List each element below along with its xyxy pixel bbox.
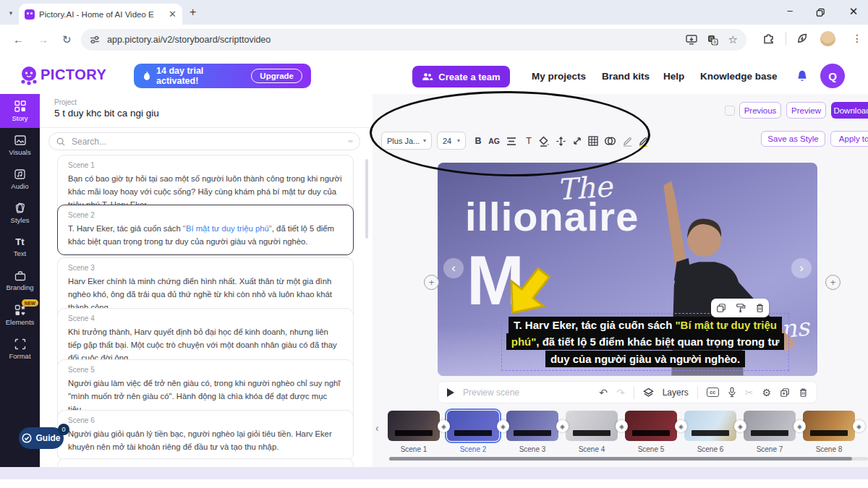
nav-help[interactable]: Help bbox=[663, 71, 684, 82]
timeline-scene-5[interactable]: Scene 5 ◈ bbox=[625, 411, 677, 453]
scene2-link-text[interactable]: Bí mật tư duy triệu phú bbox=[186, 224, 269, 233]
new-tab-button[interactable]: + bbox=[190, 6, 196, 19]
text-style-button[interactable]: T bbox=[522, 134, 536, 147]
create-team-button[interactable]: Create a team bbox=[412, 66, 510, 87]
timeline-scrollbar-thumb[interactable] bbox=[389, 457, 852, 461]
window-restore-button[interactable] bbox=[816, 8, 825, 17]
transition-icon[interactable]: ◈ bbox=[793, 420, 806, 432]
scene-list-scrollbar[interactable] bbox=[365, 159, 368, 239]
scene-thumbnail[interactable] bbox=[625, 411, 677, 441]
forward-icon[interactable]: → bbox=[38, 33, 48, 46]
nav-my-projects[interactable]: My projects bbox=[532, 71, 586, 82]
caption-text[interactable]: T. Harv Eker, tác giả cuốn sách "Bí mật … bbox=[506, 317, 785, 367]
tab-search-icon[interactable]: ▾ bbox=[4, 7, 17, 20]
captions-cc-icon[interactable]: cc bbox=[707, 388, 719, 397]
text-case-button[interactable]: AG bbox=[487, 134, 501, 147]
pictory-logo-text[interactable]: PICTORY bbox=[41, 67, 106, 83]
duplicate-icon[interactable] bbox=[716, 303, 726, 313]
sidebar-item-visuals[interactable]: Visuals bbox=[0, 128, 40, 162]
sidebar-item-branding[interactable]: Branding bbox=[0, 264, 40, 298]
delete-scene-icon[interactable] bbox=[799, 388, 808, 398]
preview-button[interactable]: Preview bbox=[786, 102, 826, 119]
layers-label[interactable]: Layers bbox=[663, 388, 689, 398]
transition-icon[interactable]: ◈ bbox=[734, 420, 746, 432]
site-settings-icon[interactable] bbox=[90, 35, 100, 45]
save-as-style-button[interactable]: Save as Style bbox=[761, 131, 825, 147]
transition-icon[interactable]: ◈ bbox=[438, 420, 450, 432]
resize-button[interactable] bbox=[570, 134, 584, 147]
back-icon[interactable]: ← bbox=[13, 33, 24, 46]
format-paint-icon[interactable] bbox=[736, 303, 746, 313]
scene-card-2[interactable]: Scene 2 T. Harv Eker, tác giả cuốn sách … bbox=[57, 205, 354, 255]
transition-icon[interactable]: ◈ bbox=[556, 420, 569, 432]
caption-toolbar[interactable] bbox=[711, 299, 769, 317]
nav-knowledge-base[interactable]: Knowledge base bbox=[700, 71, 778, 82]
scene-card-6[interactable]: Scene 6 Người giàu giỏi quản lý tiền bạc… bbox=[57, 410, 354, 461]
sidebar-item-format[interactable]: Format bbox=[0, 332, 40, 366]
user-avatar[interactable]: Q bbox=[820, 64, 845, 88]
highlight-gray-button[interactable] bbox=[620, 134, 634, 147]
timeline-scene-1[interactable]: Scene 1 ◈ bbox=[388, 411, 440, 453]
font-family-select[interactable]: Plus Ja...▾ bbox=[381, 132, 432, 150]
window-minimize-button[interactable]: – bbox=[783, 5, 797, 16]
caption-box[interactable]: T. Harv Eker, tác giả cuốn sách "Bí mật … bbox=[501, 313, 789, 371]
previous-button[interactable]: Previous bbox=[739, 102, 781, 119]
project-title[interactable]: 5 t duy khc bit ca ngi giu bbox=[54, 108, 159, 119]
transition-icon[interactable]: ◈ bbox=[853, 420, 865, 432]
sidebar-item-text[interactable]: Tt Text bbox=[0, 230, 40, 264]
add-scene-right-button[interactable]: + bbox=[825, 275, 841, 290]
layers-icon[interactable] bbox=[643, 388, 654, 398]
timeline-scene-7[interactable]: Scene 7 ◈ bbox=[744, 411, 796, 453]
video-preview[interactable]: The illionaire M intens bbox=[438, 163, 817, 376]
play-icon[interactable] bbox=[447, 388, 454, 397]
guide-button[interactable]: Guide bbox=[19, 427, 64, 449]
scene-thumbnail[interactable] bbox=[744, 411, 796, 441]
scene-thumbnail[interactable] bbox=[803, 411, 855, 441]
scene-text[interactable]: Người giàu giỏi quản lý tiền bạc, người … bbox=[68, 427, 343, 453]
timeline-scene-3[interactable]: Scene 3 ◈ bbox=[506, 411, 558, 453]
extensions-icon[interactable] bbox=[762, 33, 775, 45]
sidebar-item-elements[interactable]: NEW Elements bbox=[0, 298, 40, 332]
nav-brand-kits[interactable]: Brand kits bbox=[602, 71, 650, 82]
browser-profile-avatar[interactable] bbox=[820, 31, 835, 46]
add-scene-left-button[interactable]: + bbox=[424, 275, 439, 290]
browser-menu-icon[interactable]: ⋮ bbox=[852, 33, 862, 44]
font-size-select[interactable]: 24▾ bbox=[437, 132, 466, 150]
delete-icon[interactable] bbox=[755, 303, 765, 313]
pictory-logo-icon[interactable] bbox=[19, 65, 39, 87]
undo-icon[interactable]: ↶ bbox=[599, 387, 608, 398]
script-search[interactable]: ▾▾ bbox=[48, 132, 360, 150]
sidebar-item-story[interactable]: Story bbox=[0, 94, 40, 128]
performance-leaf-icon[interactable] bbox=[796, 32, 809, 45]
scene-thumbnail-active[interactable] bbox=[447, 411, 499, 441]
scene-text[interactable]: T. Harv Eker, tác giả cuốn sách "Bí mật … bbox=[68, 222, 343, 248]
bold-button[interactable]: B bbox=[471, 134, 485, 147]
scene-thumbnail[interactable] bbox=[566, 411, 618, 441]
scene-thumbnail[interactable] bbox=[388, 411, 440, 441]
timeline-scene-6[interactable]: Scene 6 ◈ bbox=[684, 411, 736, 453]
search-input[interactable] bbox=[70, 136, 343, 147]
address-bar[interactable]: app.pictory.ai/v2/storyboard/scripttovid… bbox=[81, 29, 746, 51]
fill-color-button[interactable] bbox=[537, 134, 551, 147]
grid-button[interactable] bbox=[586, 134, 600, 147]
apply-to-all-button[interactable]: Apply to all bbox=[830, 131, 868, 147]
bookmark-star-icon[interactable]: ☆ bbox=[728, 33, 738, 46]
upgrade-button[interactable]: Upgrade bbox=[251, 69, 302, 83]
timeline-scene-2[interactable]: Scene 2 ◈ bbox=[447, 411, 499, 453]
timeline-scroll-left-icon[interactable]: ‹ bbox=[375, 422, 379, 434]
window-close-button[interactable]: ✕ bbox=[846, 5, 861, 18]
microphone-icon[interactable] bbox=[728, 387, 736, 398]
settings-gear-icon[interactable]: ⚙ bbox=[762, 387, 771, 398]
timeline-scene-8[interactable]: Scene 8 ◈ bbox=[803, 411, 855, 453]
duplicate-scene-icon[interactable] bbox=[780, 388, 790, 398]
align-center-button[interactable] bbox=[504, 134, 519, 147]
shadow-rings-button[interactable] bbox=[603, 134, 617, 147]
vertical-align-button[interactable] bbox=[553, 134, 568, 147]
transition-icon[interactable]: ◈ bbox=[497, 420, 509, 432]
next-scene-arrow[interactable]: › bbox=[791, 258, 812, 278]
transition-icon[interactable]: ◈ bbox=[616, 420, 628, 432]
reload-icon[interactable]: ↻ bbox=[62, 33, 72, 46]
install-icon[interactable] bbox=[686, 35, 697, 45]
tab-close-icon[interactable]: ✕ bbox=[169, 9, 176, 20]
translate-icon[interactable]: Ga bbox=[707, 35, 718, 46]
